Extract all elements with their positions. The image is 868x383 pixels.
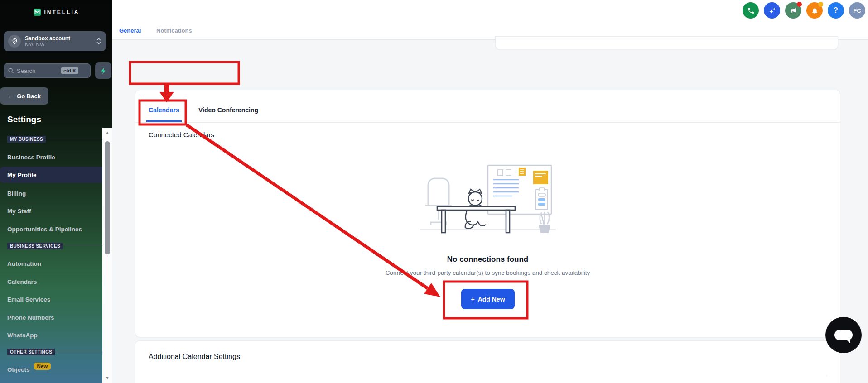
help-button[interactable]: ? [828,2,844,19]
sidebar-item-calendars[interactable]: Calendars [0,273,111,290]
section-label-business-services: BUSINESS SERVICES [7,243,102,249]
user-avatar[interactable]: FC [849,2,865,19]
section-label-my-business: MY BUSINESS [7,136,102,143]
sidebar-item-objects[interactable]: Objects New [0,361,111,378]
location-pin-icon [8,35,21,48]
sidebar-scrollbar-thumb[interactable] [105,141,110,254]
connected-calendars-title: Connected Calendars [149,131,214,139]
search-shortcut-badge: ctrl K [61,67,78,74]
chevron-updown-icon [96,38,101,45]
sidebar: INTELLIA Sandbox account N/A, N/A ctrl K [0,0,112,383]
notification-dot-red [797,2,802,7]
search-input[interactable] [17,67,58,74]
account-subtitle: N/A, N/A [25,42,70,48]
notification-dot-yellow [818,2,823,7]
divider [149,376,828,376]
quick-actions-button[interactable] [95,62,111,79]
empty-state-subtitle: Connect your third-party calendar(s) to … [135,269,840,276]
additional-settings-card: Additional Calendar Settings [135,340,840,383]
active-tab-underline [146,120,182,122]
chat-bubble-icon [834,330,853,340]
chat-widget-button[interactable] [825,317,862,353]
brand-logo-icon [33,8,41,16]
sidebar-scrollbar[interactable]: ▲ ▼ [102,128,112,383]
sidebar-item-billing[interactable]: Billing [0,185,111,201]
notification-bell-icon [811,7,819,14]
notifications-button[interactable] [806,2,823,19]
account-switcher[interactable]: Sandbox account N/A, N/A [4,31,106,51]
sidebar-item-phone-numbers[interactable]: Phone Numbers [0,309,111,326]
add-new-button[interactable]: + Add New [461,289,515,309]
account-name: Sandbox account [25,35,70,42]
sparkles-icon [768,6,776,15]
phone-button[interactable] [743,2,759,19]
sidebar-item-opportunities-pipelines[interactable]: Opportunities & Pipelines [0,221,111,237]
brand-name: INTELLIA [44,9,80,15]
tab-general[interactable]: General [119,27,141,34]
sidebar-item-my-staff[interactable]: My Staff [0,203,111,219]
settings-heading: Settings [7,115,41,124]
sidebar-item-whatsapp[interactable]: WhatsApp [0,327,111,343]
top-header: General Notifications ? FC [112,0,868,40]
lightning-bolt-icon [100,67,106,75]
tab-notifications[interactable]: Notifications [156,27,192,34]
calendars-card: Calendars Video Conferencing Connected C… [135,90,840,337]
section-label-other-settings: OTHER SETTINGS [7,349,102,355]
help-icon: ? [834,6,838,14]
empty-state-title: No connections found [135,255,840,264]
sidebar-item-my-profile[interactable]: My Profile [0,167,111,183]
avatar-initials: FC [853,7,861,14]
content-area: Calendars Video Conferencing Connected C… [112,40,868,383]
phone-icon [747,7,755,14]
card-tab-bar: Calendars Video Conferencing [135,90,840,123]
additional-settings-title: Additional Calendar Settings [149,353,240,361]
go-back-label: Go Back [17,93,41,100]
search-icon [8,67,14,74]
arrow-left-icon: ← [8,93,14,100]
empty-state-illustration [420,162,556,239]
scroll-up-icon[interactable]: ▲ [102,130,112,135]
plus-icon: + [471,296,474,303]
announcement-icon [790,7,797,14]
sidebar-item-email-services[interactable]: Email Services [0,291,111,307]
new-badge: New [34,363,51,370]
tab-video-conferencing[interactable]: Video Conferencing [198,106,258,114]
scroll-down-icon[interactable]: ▼ [102,376,112,380]
sidebar-search[interactable]: ctrl K [4,63,91,78]
announcements-button[interactable] [785,2,801,19]
ai-assistant-button[interactable] [764,2,780,19]
tab-calendars[interactable]: Calendars [149,106,179,114]
brand-logo: INTELLIA [0,8,112,16]
sidebar-item-automation[interactable]: Automation [0,255,111,272]
sidebar-item-business-profile[interactable]: Business Profile [0,149,111,165]
add-new-label: Add New [478,296,505,303]
previous-section-card-fragment [495,36,838,50]
go-back-button[interactable]: ← Go Back [0,87,48,105]
